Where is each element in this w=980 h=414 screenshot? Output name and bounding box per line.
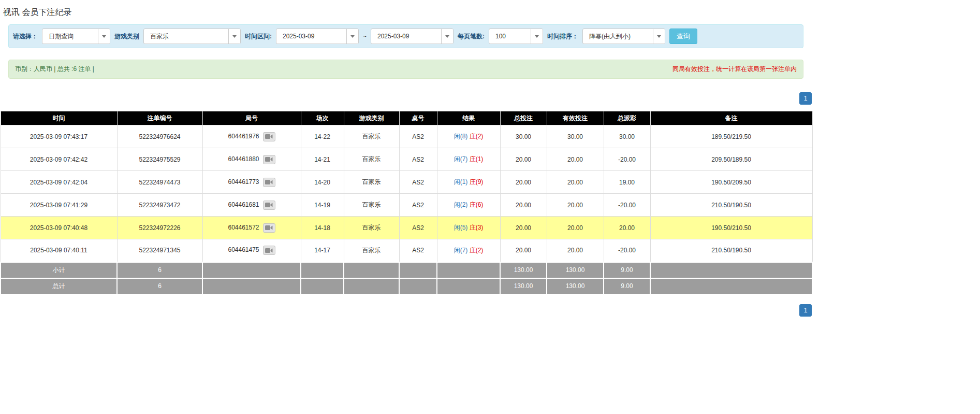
result-banker: 庄(3)	[470, 224, 484, 231]
page-number-button[interactable]: 1	[799, 92, 812, 105]
column-header: 场次	[301, 111, 344, 125]
page-content: 视讯 会员下注纪录 请选择： 日期查询 游戏类别 百家乐 时间区间: 2025-…	[0, 7, 812, 317]
footer-cell	[650, 262, 812, 278]
valid-bet-cell: 20.00	[547, 171, 604, 194]
total-bet-cell[interactable]: 30.00	[500, 125, 547, 148]
game-type-cell: 百家乐	[344, 239, 399, 262]
payout-cell: -20.00	[604, 148, 650, 171]
bet-id-cell: 522324975529	[117, 148, 202, 171]
table-no-cell: AS2	[399, 125, 437, 148]
note-cell: 189.50/219.50	[650, 125, 812, 148]
table-no-cell: AS2	[399, 148, 437, 171]
result-cell: 闲(2) 庄(6)	[437, 194, 500, 217]
table-body: 2025-03-09 07:43:17522324976624604461976…	[1, 125, 812, 294]
total-bet-cell[interactable]: 20.00	[500, 239, 547, 262]
page-size-value: 100	[489, 29, 531, 44]
time-cell: 2025-03-09 07:43:17	[1, 125, 117, 148]
table-row: 2025-03-09 07:43:17522324976624604461976…	[1, 125, 812, 148]
total-bet-cell[interactable]: 20.00	[500, 194, 547, 217]
date-to-value: 2025-03-09	[371, 29, 441, 44]
time-cell: 2025-03-09 07:42:04	[1, 171, 117, 194]
page-size-select[interactable]: 100	[489, 28, 543, 44]
result-banker: 庄(9)	[470, 178, 484, 185]
payout-cell: -20.00	[604, 239, 650, 262]
date-range-label: 时间区间:	[245, 32, 272, 41]
sort-select[interactable]: 降幂(由大到小)	[582, 28, 665, 44]
page-number-button[interactable]: 1	[799, 304, 812, 317]
bet-id-cell: 522324972226	[117, 217, 202, 239]
game-type-cell: 百家乐	[344, 125, 399, 148]
round-id: 604461773	[228, 178, 259, 185]
table-row: 2025-03-09 07:42:04522324974473604461773…	[1, 171, 812, 194]
search-button[interactable]: 查询	[669, 28, 697, 44]
video-replay-icon[interactable]	[263, 155, 275, 164]
table-no-cell: AS2	[399, 239, 437, 262]
payout-cell: 30.00	[604, 125, 650, 148]
time-cell: 2025-03-09 07:40:11	[1, 239, 117, 262]
footer-cell: 130.00	[500, 278, 547, 294]
game-type-cell: 百家乐	[344, 194, 399, 217]
column-header: 桌号	[399, 111, 437, 125]
game-type-label: 游戏类别	[114, 32, 139, 41]
game-type-cell: 百家乐	[344, 217, 399, 239]
round-id-cell: 604461475	[202, 239, 301, 262]
chevron-down-icon	[653, 29, 665, 44]
result-banker: 庄(1)	[470, 155, 484, 163]
date-to-select[interactable]: 2025-03-09	[371, 28, 454, 44]
result-cell: 闲(7) 庄(1)	[437, 148, 500, 171]
valid-bet-cell: 20.00	[547, 217, 604, 239]
footer-cell: 9.00	[604, 262, 650, 278]
note-cell: 210.50/190.50	[650, 194, 812, 217]
pagination-top: 1	[0, 92, 812, 105]
chevron-down-icon	[228, 29, 240, 44]
video-replay-icon[interactable]	[263, 201, 275, 210]
video-replay-icon[interactable]	[263, 246, 275, 255]
round-id: 604461681	[228, 201, 259, 208]
footer-cell	[202, 262, 301, 278]
round-id-cell: 604461572	[202, 217, 301, 239]
round-id: 604461880	[228, 155, 259, 163]
result-player: 闲(7)	[454, 155, 468, 163]
result-player: 闲(7)	[454, 247, 468, 254]
result-cell: 闲(5) 庄(3)	[437, 217, 500, 239]
date-from-select[interactable]: 2025-03-09	[276, 28, 359, 44]
page-size-label: 每页笔数:	[458, 32, 485, 41]
page-title: 视讯 会员下注纪录	[3, 7, 812, 18]
query-type-select[interactable]: 日期查询	[42, 28, 110, 44]
valid-bet-cell: 30.00	[547, 125, 604, 148]
column-header: 结果	[437, 111, 500, 125]
total-bet-cell[interactable]: 20.00	[500, 217, 547, 239]
time-cell: 2025-03-09 07:40:48	[1, 217, 117, 239]
footer-label-cell: 总计	[1, 278, 117, 294]
valid-bet-cell: 20.00	[547, 194, 604, 217]
sort-label: 时间排序：	[547, 32, 578, 41]
session-cell: 14-18	[301, 217, 344, 239]
query-type-label: 请选择：	[13, 32, 38, 41]
table-no-cell: AS2	[399, 171, 437, 194]
total-bet-cell[interactable]: 20.00	[500, 148, 547, 171]
video-replay-icon[interactable]	[263, 132, 275, 141]
chevron-down-icon	[531, 29, 543, 44]
result-cell: 闲(7) 庄(2)	[437, 239, 500, 262]
result-player: 闲(8)	[454, 133, 468, 140]
footer-cell	[301, 278, 344, 294]
bet-id-cell: 522324974473	[117, 171, 202, 194]
result-banker: 庄(6)	[470, 201, 484, 208]
table-no-cell: AS2	[399, 217, 437, 239]
date-separator: ~	[363, 33, 367, 40]
footer-cell	[437, 278, 500, 294]
result-cell: 闲(8) 庄(2)	[437, 125, 500, 148]
video-replay-icon[interactable]	[263, 223, 275, 233]
table-row: 2025-03-09 07:40:11522324971345604461475…	[1, 239, 812, 262]
column-header: 时间	[1, 111, 117, 125]
video-replay-icon[interactable]	[263, 178, 275, 187]
column-header: 游戏类别	[344, 111, 399, 125]
table-row: 2025-03-09 07:42:42522324975529604461880…	[1, 148, 812, 171]
payout-cell: 19.00	[604, 171, 650, 194]
total-bet-cell[interactable]: 20.00	[500, 171, 547, 194]
game-type-select[interactable]: 百家乐	[143, 28, 241, 44]
sort-value: 降幂(由大到小)	[583, 29, 653, 44]
footer-cell: 130.00	[500, 262, 547, 278]
date-from-value: 2025-03-09	[276, 29, 346, 44]
footer-cell	[650, 278, 812, 294]
